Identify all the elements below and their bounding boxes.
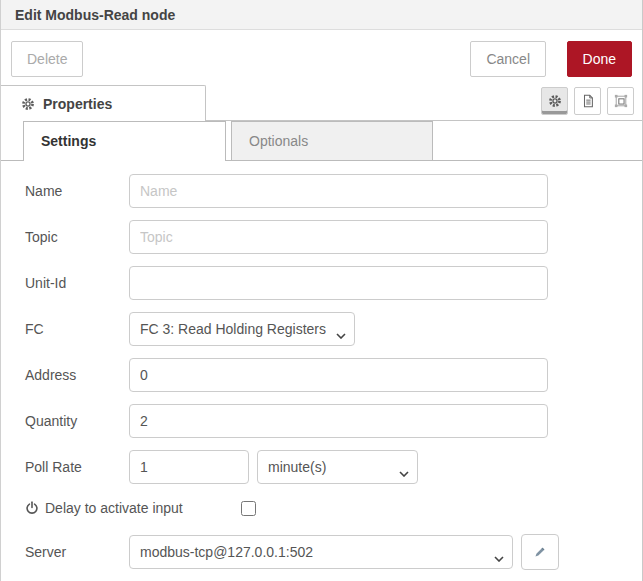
poll-rate-unit-select[interactable]: minute(s) (257, 450, 418, 484)
name-row: Name (25, 174, 618, 208)
settings-tab-bar: Settings Optionals (1, 121, 642, 161)
quantity-row: Quantity (25, 404, 618, 438)
delay-label: Delay to activate input (45, 500, 183, 516)
unit-id-input[interactable] (129, 266, 548, 300)
address-row: Address (25, 358, 618, 392)
dialog-toolbar: Delete Cancel Done (1, 30, 642, 85)
topic-label: Topic (25, 229, 129, 245)
gear-icon (21, 97, 35, 111)
power-icon (25, 501, 39, 515)
server-select[interactable]: modbus-tcp@127.0.0.1:502 (129, 535, 513, 569)
done-button[interactable]: Done (567, 41, 632, 77)
tray-action-buttons (541, 87, 634, 115)
dialog-title: Edit Modbus-Read node (15, 7, 175, 23)
tab-settings[interactable]: Settings (23, 121, 226, 160)
name-input[interactable] (129, 174, 548, 208)
fc-row: FC FC 3: Read Holding Registers (25, 312, 618, 346)
node-properties-button[interactable] (541, 87, 568, 115)
topic-input[interactable] (129, 220, 548, 254)
node-description-button[interactable] (574, 87, 601, 115)
tab-properties[interactable]: Properties (1, 85, 206, 121)
address-input[interactable] (129, 358, 548, 392)
name-label: Name (25, 183, 129, 199)
poll-rate-label: Poll Rate (25, 459, 129, 475)
properties-tab-label: Properties (43, 96, 112, 112)
quantity-label: Quantity (25, 413, 129, 429)
cancel-button[interactable]: Cancel (470, 41, 546, 77)
scale-selection-icon (614, 94, 628, 108)
tray-tab-bar: Properties (1, 85, 642, 121)
delay-checkbox[interactable] (241, 501, 256, 516)
poll-rate-input[interactable] (129, 450, 249, 484)
unit-id-label: Unit-Id (25, 275, 129, 291)
unit-id-row: Unit-Id (25, 266, 618, 300)
tab-optionals[interactable]: Optionals (231, 121, 433, 160)
doc-icon (581, 94, 595, 108)
pencil-icon (533, 545, 547, 559)
node-appearance-button[interactable] (607, 87, 634, 115)
quantity-input[interactable] (129, 404, 548, 438)
poll-rate-row: Poll Rate minute(s) (25, 450, 618, 484)
address-label: Address (25, 367, 129, 383)
server-label: Server (25, 544, 129, 560)
optionals-tab-label: Optionals (249, 133, 308, 149)
edit-node-dialog: Edit Modbus-Read node Delete Cancel Done… (0, 0, 643, 581)
settings-tab-label: Settings (41, 133, 96, 149)
edit-server-button[interactable] (521, 534, 559, 570)
topic-row: Topic (25, 220, 618, 254)
fc-label: FC (25, 321, 129, 337)
settings-form: Name Topic Unit-Id FC FC 3: Read Holding… (1, 161, 642, 570)
dialog-titlebar: Edit Modbus-Read node (1, 0, 642, 30)
fc-select[interactable]: FC 3: Read Holding Registers (129, 312, 355, 346)
server-row: Server modbus-tcp@127.0.0.1:502 (25, 534, 618, 570)
delete-button[interactable]: Delete (11, 41, 83, 77)
gear-icon (548, 94, 562, 108)
delay-row: Delay to activate input (25, 496, 618, 520)
